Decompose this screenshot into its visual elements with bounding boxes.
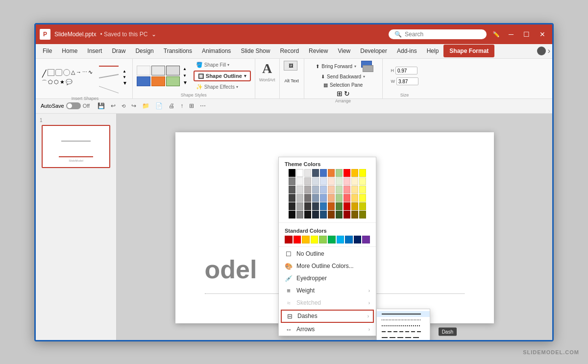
sc-darkblue[interactable] [354,236,362,243]
tc-3-5[interactable] [320,186,327,194]
sc-purple[interactable] [362,236,370,243]
tc-3-10[interactable] [359,186,366,194]
tc-4-1[interactable] [289,194,295,202]
menu-addins[interactable]: Add-ins [392,46,422,56]
dash-dotted[interactable] [377,323,430,329]
shape-rect[interactable] [48,69,54,76]
search-bar[interactable]: 🔍 [389,29,487,39]
line-style-2[interactable] [98,73,120,83]
shape-arrow[interactable]: → [76,69,81,78]
tc-6-4[interactable] [312,211,319,218]
menu-draw[interactable]: Draw [107,46,130,56]
alt-text-label[interactable]: Alt Text [284,78,298,83]
tc-2-9[interactable] [351,177,358,185]
tc-2-6[interactable] [328,177,335,185]
restore-button[interactable]: ☐ [520,29,533,39]
tc-2-4[interactable] [312,177,319,185]
menu-slideshow[interactable]: Slide Show [236,46,275,56]
tc-5-6[interactable] [328,202,335,210]
tc-3-8[interactable] [343,186,350,194]
tc-5-1[interactable] [289,202,295,210]
qa-more[interactable]: ⋯ [198,101,208,110]
tc-6-8[interactable] [343,211,350,218]
menu-transitions[interactable]: Transitions [159,46,197,56]
shape-star[interactable]: ★ [60,79,65,86]
menu-insert[interactable]: Insert [82,46,107,56]
qa-share[interactable]: ↑ [178,101,185,110]
sc-orange[interactable] [302,236,310,243]
tc-green[interactable] [336,169,343,177]
tc-2-10[interactable] [359,177,366,185]
shape-hexagon[interactable]: ⬡ [54,79,59,86]
arrows-item[interactable]: ↔ Arrows › [279,323,376,336]
tc-5-2[interactable] [296,202,303,210]
tc-6-9[interactable] [351,211,358,218]
qa-format[interactable]: ⊞ [187,101,196,110]
tc-2-5[interactable] [320,177,327,185]
swatch-green[interactable] [166,76,180,86]
title-caret[interactable]: ⌄ [151,31,156,38]
align-icon[interactable]: ⊞ [337,90,343,97]
line-style-3[interactable] [98,84,120,95]
tc-6-2[interactable] [296,211,303,218]
tc-yellow[interactable] [359,169,366,177]
tc-2-2[interactable] [296,177,303,185]
tc-6-7[interactable] [336,211,343,218]
menu-home[interactable]: Home [57,46,82,56]
line-style-1[interactable] [98,61,120,72]
dash-dotted-small[interactable] [377,317,430,323]
bring-forward-button[interactable]: ⬆ Bring Forward ▾ [313,61,359,72]
shapes-expand-down[interactable]: ▼ [122,74,127,80]
tc-2-7[interactable] [336,177,343,185]
tc-orange[interactable] [328,169,335,177]
shape-pentagon[interactable]: ⬠ [48,79,53,86]
tc-black[interactable] [289,169,295,177]
tc-4-5[interactable] [320,194,327,202]
tc-5-4[interactable] [312,202,319,210]
qa-undo[interactable]: ↩ [109,101,118,110]
height-input[interactable] [395,67,417,74]
rotate-icon[interactable]: ↻ [344,90,350,97]
menu-developer[interactable]: Developer [355,46,392,56]
tc-gold[interactable] [351,169,358,177]
close-button[interactable]: ✕ [537,29,548,39]
tc-4-4[interactable] [312,194,319,202]
qa-undo-arrow[interactable]: ⟲ [120,102,127,110]
tc-4-7[interactable] [336,194,343,202]
autosave-toggle[interactable] [66,102,81,109]
menu-help[interactable]: Help [422,46,444,56]
tc-4-10[interactable] [359,194,366,202]
tc-6-5[interactable] [320,211,327,218]
send-backward-button[interactable]: ⬇ Send Backward ▾ [318,73,368,80]
tc-4-6[interactable] [328,194,335,202]
dash-solid[interactable] [377,311,430,317]
tc-lightgray[interactable] [304,169,311,177]
swatch-blue[interactable] [137,76,150,86]
slide-thumbnail[interactable]: SlideModel [42,125,110,168]
menu-design[interactable]: Design [130,46,158,56]
tc-6-1[interactable] [289,211,295,218]
shape-effects-button[interactable]: ✨ Shape Effects ▾ [194,83,251,91]
weight-item[interactable]: ≡ Weight › [279,285,376,297]
shape-freeform[interactable]: ⌒ [42,79,47,86]
tc-4-8[interactable] [343,194,350,202]
dash-long-dash[interactable] [377,335,430,340]
tc-5-10[interactable] [359,202,366,210]
tc-3-6[interactable] [328,186,335,194]
tc-6-3[interactable] [304,211,311,218]
dash-short-dash[interactable]: Dash [377,329,430,335]
shape-more[interactable]: ⋯ [82,69,87,78]
swatch-default[interactable] [137,66,150,75]
sc-lightgreen[interactable] [319,236,327,243]
tc-4-2[interactable] [296,194,303,202]
shape-rounded-rect[interactable] [55,69,62,76]
sc-darkred[interactable] [285,236,293,243]
dash-dot-dash[interactable] [377,340,430,341]
swatch-1[interactable] [151,66,165,75]
ribbon-expand-icon[interactable]: › [548,47,550,55]
sc-yellow[interactable] [311,236,318,243]
shape-curve[interactable]: ∿ [88,69,93,78]
tc-red[interactable] [343,169,350,177]
shape-line[interactable]: ╱ [42,69,47,78]
tc-2-3[interactable] [304,177,311,185]
